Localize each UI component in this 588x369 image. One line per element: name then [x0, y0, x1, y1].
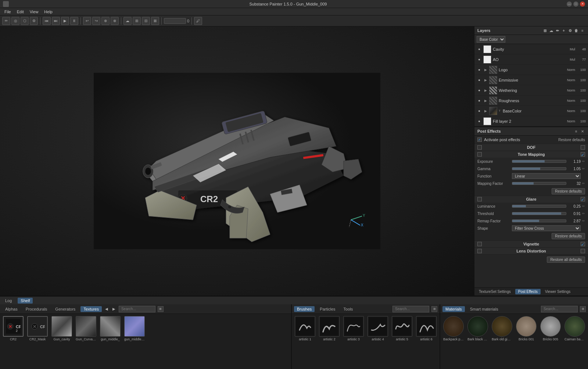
layers-icon-add[interactable]: + [561, 28, 566, 33]
3d-viewport[interactable]: ✕ CR2 [0, 26, 474, 295]
shelf-tab-procedurals[interactable]: Procedurals [23, 306, 50, 312]
layer-eye-wethering[interactable]: ● [477, 88, 482, 93]
lensdistortion-row[interactable]: Lens Distortion [474, 248, 588, 255]
layer-eye-cavity[interactable]: ● [477, 47, 482, 52]
glare-title-row[interactable]: Glare ✓ [474, 196, 588, 203]
particles-tab[interactable]: Particles [317, 306, 338, 312]
glare-enabled-checkbox[interactable]: ✓ [581, 197, 585, 201]
post-effects-icon-2[interactable]: ✕ [580, 129, 585, 134]
layers-icon-settings[interactable]: ⚙ [567, 28, 573, 33]
luminance-edit-icon[interactable]: ✏ [582, 204, 585, 208]
right-tab-textureset[interactable]: TextureSet Settings [476, 289, 514, 294]
tool-btn-1[interactable]: ✏ [2, 17, 10, 25]
dof-title-row[interactable]: DOF [474, 144, 588, 151]
remapfactor-slider[interactable] [512, 219, 566, 222]
tool-btn-4[interactable]: ⚙ [30, 17, 38, 25]
right-tab-posteffects[interactable]: Post Effects [515, 289, 541, 294]
menu-file[interactable]: File [1, 9, 14, 15]
tool-btn-7[interactable]: ▶ [61, 17, 69, 25]
brushes-tab[interactable]: Brushes [294, 306, 315, 312]
lensdistortion-enabled-checkbox[interactable] [581, 249, 585, 253]
shelf-item-mat1[interactable]: Backpack pa... [442, 316, 465, 341]
layer-eye-ao[interactable]: ● [477, 57, 482, 62]
tool-btn-16[interactable]: ⊠ [151, 17, 159, 25]
shelf-item-brush5[interactable]: artistic 5 [391, 316, 413, 341]
shelf-item-mat2[interactable]: Bark black pine [467, 316, 489, 341]
brushes-grid-icon[interactable]: ⊞ [431, 306, 437, 312]
remapfactor-edit-icon[interactable]: ✏ [582, 219, 585, 223]
layers-icon-collapse[interactable]: ≡ [580, 28, 585, 33]
shelf-prev-arrow[interactable]: ◀ [104, 307, 109, 312]
menu-edit[interactable]: Edit [14, 9, 27, 15]
layers-icon-3[interactable]: ✏ [555, 28, 560, 33]
shelf-next-arrow[interactable]: ▶ [111, 307, 116, 312]
smart-materials-tab[interactable]: Smart materials [467, 306, 501, 312]
materials-tab[interactable]: Materials [442, 306, 465, 312]
tool-btn-9[interactable]: ↩ [83, 17, 91, 25]
tonemapping-enabled-checkbox[interactable]: ✓ [581, 152, 585, 157]
luminance-slider[interactable] [512, 205, 566, 208]
tonemapping-restore-button[interactable]: Restore defaults [552, 188, 585, 194]
tool-btn-3[interactable]: ⬡ [21, 17, 29, 25]
shape-select[interactable]: Filter Snow Cross None Star [512, 225, 581, 231]
activate-checkbox[interactable]: ✓ [477, 137, 482, 142]
shelf-item-brush4[interactable]: artistic 4 [367, 316, 389, 341]
exposure-edit-icon[interactable]: ✏ [582, 160, 585, 163]
shelf-left-search[interactable] [119, 306, 155, 312]
shelf-item-brush3[interactable]: artistic 3 [343, 316, 365, 341]
close-button[interactable]: ✕ [580, 1, 585, 7]
gamma-edit-icon[interactable]: ✏ [582, 167, 585, 171]
maximize-button[interactable]: □ [573, 1, 578, 7]
layer-eye-basecolor[interactable]: ● [477, 108, 482, 114]
tool-btn-6[interactable]: ⏭ [52, 17, 60, 25]
tool-btn-12[interactable]: ⊗ [111, 17, 119, 25]
layer-item-ao[interactable]: ● AO Mul 77 [474, 54, 588, 65]
post-effects-icon-1[interactable]: ≡ [574, 129, 579, 134]
bottom-tab-shelf[interactable]: Shelf [18, 298, 33, 304]
layer-item-roughness[interactable]: ● ▶ Roughness Norm 100 [474, 96, 588, 106]
shelf-item-guncurvature[interactable]: Gun_Curvature [75, 316, 97, 341]
layer-eye-roughness[interactable]: ● [477, 98, 482, 103]
tool-btn-10[interactable]: ↪ [92, 17, 100, 25]
layers-icon-1[interactable]: ⊞ [542, 28, 548, 33]
shelf-item-mat6[interactable]: Caiman back... [564, 316, 586, 341]
tool-btn-5[interactable]: ⏮ [43, 17, 51, 25]
threshold-edit-icon[interactable]: ✏ [582, 212, 585, 215]
shelf-item-mat4[interactable]: Bricks 001 [515, 316, 537, 341]
minimize-button[interactable]: — [567, 1, 572, 7]
shelf-tab-alphas[interactable]: Alphas [2, 306, 21, 312]
shelf-item-brush1[interactable]: artistic 1 [294, 316, 316, 341]
layer-item-cavity[interactable]: ● Cavity Mul 48 [474, 44, 588, 54]
tool-btn-11[interactable]: ⊕ [101, 17, 110, 25]
shelf-item-guncavity[interactable]: Gun_cavity [51, 316, 73, 341]
tonemapping-title-row[interactable]: Tone Mapping ✓ [474, 151, 588, 158]
right-tab-viewersettings[interactable]: Viewer Settings [542, 289, 573, 294]
layers-icon-2[interactable]: ☁ [549, 28, 554, 33]
layer-eye-emmissive[interactable]: ● [477, 78, 482, 83]
tool-btn-13[interactable]: ☁ [123, 17, 132, 25]
shelf-left-grid-icon[interactable]: ⊞ [158, 306, 164, 312]
vignette-checkbox[interactable] [477, 242, 482, 246]
shelf-tab-generators[interactable]: Generators [52, 306, 78, 312]
shelf-item-cr2[interactable]: ✕ CR 2 CR2 [2, 316, 24, 341]
materials-search[interactable] [541, 306, 578, 312]
bottom-tab-log[interactable]: Log [2, 298, 15, 304]
function-select[interactable]: Linear Reinhard Filmic [512, 173, 581, 179]
layers-icon-trash[interactable]: 🗑 [574, 28, 579, 33]
tool-btn-14[interactable]: ⊞ [133, 17, 141, 25]
vignette-row[interactable]: Vignette ✓ [474, 241, 588, 248]
brush-size-slider[interactable] [164, 18, 186, 24]
layer-item-basecolor[interactable]: ● ▶ T BaseColor Norm 100 [474, 106, 588, 116]
menu-help[interactable]: Help [41, 9, 55, 15]
shelf-item-cr2mask[interactable]: ✕ CR CR2_Mask [26, 316, 49, 341]
menu-view[interactable]: View [27, 9, 42, 15]
tools-tab[interactable]: Tools [341, 306, 356, 312]
lensdistortion-checkbox[interactable] [477, 249, 482, 253]
shelf-item-mat5[interactable]: Bricks 005 [539, 316, 562, 341]
tonemapping-checkbox[interactable] [477, 152, 482, 157]
dof-checkbox-right[interactable] [581, 145, 585, 150]
channel-select[interactable]: Base Color [477, 36, 505, 43]
layer-eye-logo[interactable]: ● [477, 67, 482, 72]
layer-item-emmissive[interactable]: ● ▶ Emmissive Norm 100 [474, 75, 588, 85]
mappingfactor-edit-icon[interactable]: ✏ [582, 182, 585, 185]
